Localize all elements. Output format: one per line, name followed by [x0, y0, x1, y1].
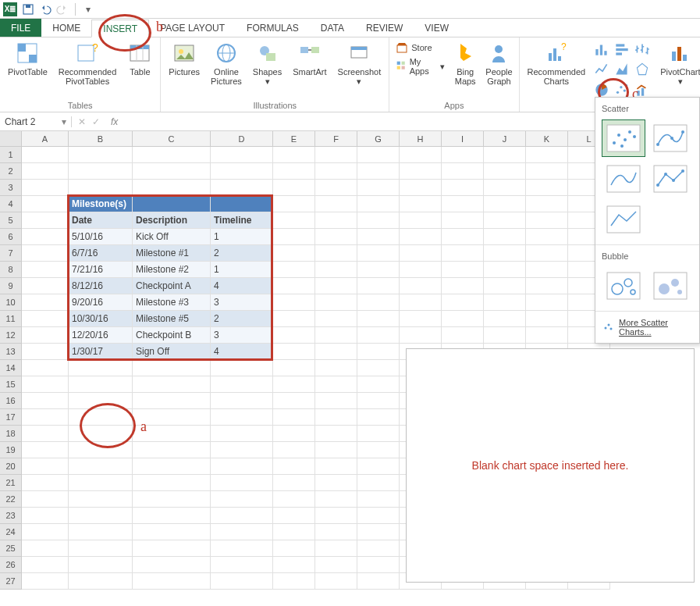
- scatter-chart-button[interactable]: [613, 81, 631, 98]
- cell-G4[interactable]: [357, 196, 400, 212]
- cell-I11[interactable]: [442, 311, 484, 327]
- col-header-K[interactable]: K: [526, 131, 568, 147]
- cell-F19[interactable]: [315, 442, 357, 458]
- cell-C3[interactable]: [133, 180, 211, 196]
- cell-H8[interactable]: [400, 262, 442, 278]
- row-header-17[interactable]: 17: [0, 409, 22, 426]
- cell-H3[interactable]: [400, 180, 442, 196]
- cell-H6[interactable]: [400, 229, 442, 245]
- cell-D12[interactable]: 3: [211, 327, 273, 344]
- cell-C1[interactable]: [133, 147, 211, 163]
- cell-G15[interactable]: [357, 376, 400, 393]
- bubble-3d-option[interactable]: [648, 267, 692, 305]
- row-header-18[interactable]: 18: [0, 426, 22, 442]
- row-header-26[interactable]: 26: [0, 557, 22, 573]
- cell-D24[interactable]: [211, 524, 273, 540]
- row-header-19[interactable]: 19: [0, 442, 22, 458]
- cell-G2[interactable]: [357, 163, 400, 180]
- row-header-2[interactable]: 2: [0, 163, 22, 180]
- col-header-D[interactable]: D: [211, 131, 273, 147]
- cell-I6[interactable]: [442, 229, 484, 245]
- radar-chart-button[interactable]: [634, 61, 651, 78]
- cell-D26[interactable]: [211, 557, 273, 573]
- cell-G3[interactable]: [357, 180, 400, 196]
- cell-B5[interactable]: Date: [69, 212, 133, 229]
- cell-D19[interactable]: [211, 442, 273, 458]
- cell-D20[interactable]: [211, 458, 273, 475]
- cell-K11[interactable]: [526, 311, 568, 327]
- cell-B13[interactable]: 1/30/17: [69, 344, 133, 360]
- cell-G25[interactable]: [357, 540, 400, 557]
- row-header-9[interactable]: 9: [0, 278, 22, 294]
- cell-C20[interactable]: [133, 458, 211, 475]
- cell-K8[interactable]: [526, 262, 568, 278]
- cell-B6[interactable]: 5/10/16: [69, 229, 133, 245]
- cell-I2[interactable]: [442, 163, 484, 180]
- cell-E6[interactable]: [273, 229, 315, 245]
- cell-B14[interactable]: [69, 360, 133, 376]
- cell-J5[interactable]: [484, 212, 526, 229]
- cell-J12[interactable]: [484, 327, 526, 344]
- row-header-21[interactable]: 21: [0, 475, 22, 491]
- cell-C25[interactable]: [133, 540, 211, 557]
- cell-F3[interactable]: [315, 180, 357, 196]
- cell-F27[interactable]: [315, 573, 357, 590]
- cell-G9[interactable]: [357, 278, 400, 294]
- row-header-24[interactable]: 24: [0, 524, 22, 540]
- cell-I12[interactable]: [442, 327, 484, 344]
- cell-D15[interactable]: [211, 376, 273, 393]
- cell-A14[interactable]: [22, 360, 69, 376]
- cell-G1[interactable]: [357, 147, 400, 163]
- cell-G19[interactable]: [357, 442, 400, 458]
- cell-J10[interactable]: [484, 294, 526, 311]
- row-header-25[interactable]: 25: [0, 540, 22, 557]
- cell-E25[interactable]: [273, 540, 315, 557]
- cell-C10[interactable]: Milestone #3: [133, 294, 211, 311]
- cell-A23[interactable]: [22, 508, 69, 524]
- cell-H9[interactable]: [400, 278, 442, 294]
- cell-A19[interactable]: [22, 442, 69, 458]
- cell-G27[interactable]: [357, 573, 400, 590]
- cell-K12[interactable]: [526, 327, 568, 344]
- cell-K9[interactable]: [526, 278, 568, 294]
- cell-B18[interactable]: [69, 426, 133, 442]
- cell-A8[interactable]: [22, 262, 69, 278]
- cell-G18[interactable]: [357, 426, 400, 442]
- cell-D2[interactable]: [211, 163, 273, 180]
- cell-F11[interactable]: [315, 311, 357, 327]
- cell-D21[interactable]: [211, 475, 273, 491]
- scatter-smooth-lines-option[interactable]: [648, 119, 692, 157]
- cell-E24[interactable]: [273, 524, 315, 540]
- pie-chart-button[interactable]: [593, 81, 610, 98]
- blank-chart-object[interactable]: Blank chart space inserted here.: [406, 348, 695, 583]
- cell-F17[interactable]: [315, 409, 357, 426]
- cell-C23[interactable]: [133, 508, 211, 524]
- cell-D8[interactable]: 1: [211, 262, 273, 278]
- cell-G12[interactable]: [357, 327, 400, 344]
- cell-K6[interactable]: [526, 229, 568, 245]
- cell-C7[interactable]: Milestone #1: [133, 245, 211, 262]
- cell-G14[interactable]: [357, 360, 400, 376]
- cell-A13[interactable]: [22, 344, 69, 360]
- tab-review[interactable]: REVIEW: [355, 19, 414, 37]
- cell-B10[interactable]: 9/20/16: [69, 294, 133, 311]
- cell-C4[interactable]: [133, 196, 211, 212]
- cell-A5[interactable]: [22, 212, 69, 229]
- more-scatter-charts-link[interactable]: More Scatter Charts...: [595, 315, 699, 340]
- col-header-G[interactable]: G: [357, 131, 400, 147]
- cell-I4[interactable]: [442, 196, 484, 212]
- cell-D1[interactable]: [211, 147, 273, 163]
- bar-chart-button[interactable]: [613, 41, 631, 58]
- cell-F23[interactable]: [315, 508, 357, 524]
- cell-K3[interactable]: [526, 180, 568, 196]
- cell-D27[interactable]: [211, 573, 273, 590]
- cell-G8[interactable]: [357, 262, 400, 278]
- cell-F4[interactable]: [315, 196, 357, 212]
- cell-F14[interactable]: [315, 360, 357, 376]
- cell-E17[interactable]: [273, 409, 315, 426]
- row-header-1[interactable]: 1: [0, 147, 22, 163]
- cell-J1[interactable]: [484, 147, 526, 163]
- cell-A26[interactable]: [22, 557, 69, 573]
- cell-K10[interactable]: [526, 294, 568, 311]
- col-header-B[interactable]: B: [69, 131, 133, 147]
